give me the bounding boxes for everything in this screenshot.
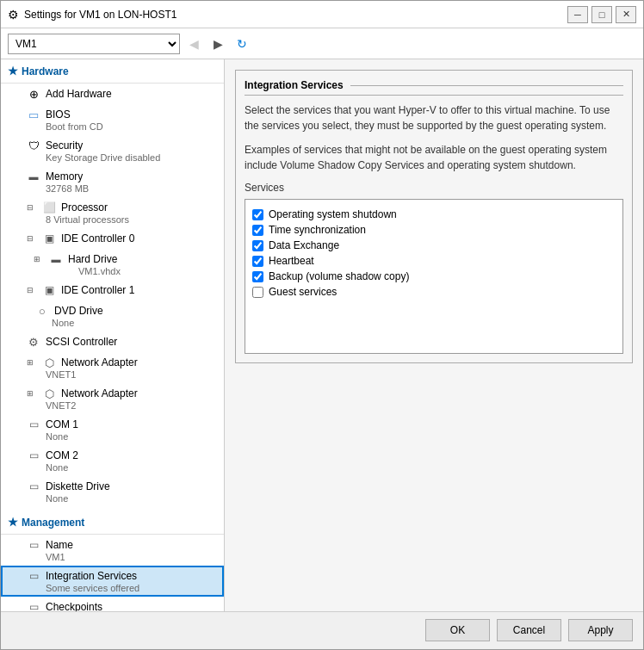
sidebar-item-ide1[interactable]: ⊟ ▣ IDE Controller 1 [1, 280, 224, 300]
settings-window: ⚙ Settings for VM1 on LON-HOST1 ─ □ ✕ VM… [0, 0, 644, 650]
window-icon: ⚙ [8, 8, 19, 22]
security-icon: 🛡 [27, 139, 40, 152]
ok-button[interactable]: OK [425, 619, 490, 641]
com2-sublabel: None [46, 462, 215, 473]
integration-services-panel: Integration Services Select the services… [235, 70, 633, 363]
sidebar-item-com1[interactable]: ▭ COM 1 None [1, 414, 224, 445]
sidebar-item-integration-services[interactable]: ▭ Integration Services Some services off… [1, 566, 224, 597]
net1-sublabel: VNET1 [46, 369, 215, 380]
com1-icon: ▭ [27, 418, 40, 431]
sidebar-item-com2[interactable]: ▭ COM 2 None [1, 445, 224, 476]
sidebar-item-ide0[interactable]: ⊟ ▣ IDE Controller 0 [1, 228, 224, 249]
name-icon: ▭ [27, 538, 40, 552]
bios-sublabel: Boot from CD [46, 121, 215, 132]
heartbeat-checkbox[interactable] [252, 256, 263, 267]
ide0-expand-icon: ⊟ [27, 234, 37, 243]
net2-sublabel: VNET2 [46, 400, 215, 411]
data-exchange-label[interactable]: Data Exchange [269, 239, 339, 251]
sidebar-item-bios[interactable]: ▭ BIOS Boot from CD [1, 104, 224, 135]
processor-label: Processor [61, 201, 108, 214]
processor-icon: ⬜ [42, 201, 56, 214]
dvd-label: DVD Drive [54, 305, 103, 317]
sidebar-item-name[interactable]: ▭ Name VM1 [1, 535, 224, 566]
sidebar-item-memory[interactable]: ▬ Memory 32768 MB [1, 166, 224, 197]
title-bar-left: ⚙ Settings for VM1 on LON-HOST1 [8, 8, 176, 22]
sidebar-item-add-hardware[interactable]: ⊕ Add Hardware [1, 84, 224, 104]
os-shutdown-label[interactable]: Operating system shutdown [269, 208, 397, 220]
backup-checkbox[interactable] [252, 271, 263, 282]
diskette-sublabel: None [46, 493, 215, 504]
close-button[interactable]: ✕ [616, 6, 636, 23]
sidebar-item-net2[interactable]: ⊞ ⬡ Network Adapter VNET2 [1, 383, 224, 414]
services-section: Services Operating system shutdown Time … [245, 182, 623, 354]
hdd-expand-icon: ⊞ [34, 255, 44, 263]
main-content: ★ Hardware ⊕ Add Hardware ▭ BIOS Boot fr… [1, 59, 643, 611]
title-bar-controls: ─ □ ✕ [567, 6, 636, 23]
minimize-button[interactable]: ─ [567, 6, 588, 23]
sidebar-item-net1[interactable]: ⊞ ⬡ Network Adapter VNET1 [1, 352, 224, 383]
vm-selector[interactable]: VM1 [8, 34, 180, 54]
processor-expand-icon: ⊟ [27, 203, 37, 212]
cancel-button[interactable]: Cancel [497, 619, 561, 641]
com1-sublabel: None [46, 431, 215, 442]
hard-drive-sublabel: VM1.vhdx [53, 266, 215, 276]
name-sublabel: VM1 [46, 552, 215, 562]
right-panel: Integration Services Select the services… [225, 59, 643, 611]
net1-label: Network Adapter [61, 356, 138, 368]
forward-button[interactable]: ▶ [207, 34, 228, 54]
hardware-section-header: ★ Hardware [1, 59, 224, 84]
com1-label: COM 1 [46, 418, 78, 430]
sidebar-item-scsi[interactable]: ⚙ SCSI Controller [1, 331, 224, 352]
scsi-label: SCSI Controller [46, 336, 117, 348]
guest-services-label[interactable]: Guest services [269, 286, 337, 298]
sidebar-item-dvd[interactable]: ○ DVD Drive None [1, 300, 224, 331]
os-shutdown-checkbox[interactable] [252, 209, 263, 220]
bios-icon: ▭ [27, 108, 40, 121]
sidebar-item-checkpoints[interactable]: ▭ Checkpoints Production [1, 597, 224, 611]
guest-services-checkbox[interactable] [252, 287, 263, 298]
data-exchange-checkbox[interactable] [252, 240, 263, 251]
hardware-section-label: Hardware [22, 65, 69, 77]
memory-label: Memory [46, 170, 83, 183]
checkpoints-label: Checkpoints [46, 601, 102, 611]
heartbeat-label[interactable]: Heartbeat [269, 255, 314, 267]
dvd-sublabel: None [52, 318, 215, 328]
integration-services-sublabel: Some services offered [46, 583, 215, 593]
com2-icon: ▭ [27, 449, 40, 462]
time-sync-checkbox[interactable] [252, 225, 263, 236]
ide1-expand-icon: ⊟ [27, 286, 37, 294]
security-label: Security [46, 139, 83, 152]
back-button[interactable]: ◀ [183, 34, 204, 54]
integration-services-label: Integration Services [46, 570, 137, 582]
add-hardware-icon: ⊕ [27, 87, 40, 101]
maximize-button[interactable]: □ [591, 6, 612, 23]
sidebar-item-hard-drive[interactable]: ⊞ ▬ Hard Drive VM1.vhdx [1, 249, 224, 280]
net1-icon: ⬡ [42, 356, 56, 369]
management-section-label: Management [22, 517, 84, 529]
panel-section-title: Integration Services [245, 79, 623, 96]
management-star-icon: ★ [8, 516, 18, 529]
time-sync-label[interactable]: Time synchronization [269, 224, 366, 236]
bottom-bar: OK Cancel Apply [1, 611, 643, 649]
net2-label: Network Adapter [61, 387, 138, 399]
management-section-header: ★ Management [1, 511, 224, 535]
net2-expand-icon: ⊞ [27, 389, 37, 398]
window-title: Settings for VM1 on LON-HOST1 [24, 9, 176, 21]
service-heartbeat: Heartbeat [252, 253, 616, 269]
bios-label: BIOS [46, 108, 71, 121]
sidebar-item-diskette[interactable]: ▭ Diskette Drive None [1, 476, 224, 507]
sidebar-item-security[interactable]: 🛡 Security Key Storage Drive disabled [1, 135, 224, 166]
refresh-button[interactable]: ↻ [232, 34, 252, 54]
description-main: Select the services that you want Hyper-… [245, 102, 623, 133]
ide1-label: IDE Controller 1 [61, 284, 134, 296]
net1-expand-icon: ⊞ [27, 358, 37, 367]
sidebar-item-processor[interactable]: ⊟ ⬜ Processor 8 Virtual processors [1, 197, 224, 228]
backup-label[interactable]: Backup (volume shadow copy) [269, 270, 409, 282]
service-os-shutdown: Operating system shutdown [252, 207, 616, 222]
net2-icon: ⬡ [42, 387, 56, 400]
security-sublabel: Key Storage Drive disabled [46, 152, 215, 163]
dvd-icon: ○ [35, 304, 49, 318]
apply-button[interactable]: Apply [568, 619, 633, 641]
hardware-star-icon: ★ [8, 65, 18, 77]
service-guest: Guest services [252, 284, 616, 300]
